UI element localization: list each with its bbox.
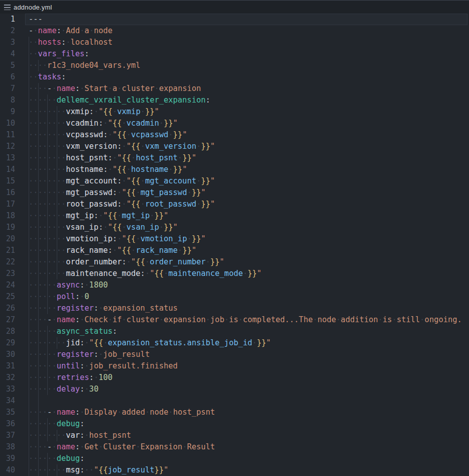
indent-guide [57, 245, 57, 256]
code-line-text[interactable]: ········vcpasswd:·"{{·vcpasswd·}}" [25, 129, 467, 141]
code-line-text[interactable]: ······debug: [25, 418, 467, 430]
code-line-text[interactable]: ······dellemc_vxrail_cluster_expansion: [25, 94, 467, 106]
code-line-text[interactable]: ····r1c3_node04_vars.yml [25, 60, 467, 71]
code-line-text[interactable]: ····-·name:·Display·added·node·host_psnt [25, 407, 467, 418]
token: }} [173, 165, 183, 174]
code-line-text[interactable]: ········maintenance_mode:·"{{·maintenanc… [25, 268, 467, 279]
token: : [94, 350, 98, 359]
code-line-text[interactable]: ····-·name:·Check·if·cluster·expansion·j… [25, 314, 467, 326]
code-line-text[interactable]: ········root_passwd:·"{{·root_passwd·}}" [25, 199, 467, 210]
code-line: 39······debug: [0, 453, 469, 464]
code-line-text[interactable]: ······async_status: [25, 326, 467, 337]
code-line-text[interactable] [25, 395, 467, 407]
token: : [80, 431, 84, 440]
code-line-text[interactable]: ····-·name:·Start·a·cluster·expansion [25, 83, 467, 94]
code-line-text[interactable]: ········hostname:·"{{·hostname·}}" [25, 164, 467, 175]
code-line-text[interactable]: ········var:·host_psnt [25, 430, 467, 441]
code-line: 40········msg:··"{{job_result}}" [0, 464, 469, 476]
code-line-text[interactable]: ······debug: [25, 453, 467, 464]
indent-guide [29, 407, 29, 418]
indent-guide [38, 303, 39, 314]
code-line-text[interactable]: ······register:·job_result [25, 349, 467, 360]
whitespace-dots: · [164, 269, 168, 278]
code-line: 34 [0, 395, 469, 407]
indent-guide [47, 430, 48, 441]
indent-guide [38, 372, 39, 384]
whitespace-dots: · [127, 130, 131, 139]
whitespace-dots: · [80, 408, 84, 417]
code-line-text[interactable]: ······poll:·0 [25, 291, 467, 303]
code-line-text[interactable]: ······async:·1800 [25, 279, 467, 291]
token: addition [341, 315, 378, 324]
whitespace-dots: ······ [29, 350, 57, 359]
whitespace-dots: ·· [29, 38, 38, 47]
line-number: 40 [0, 464, 15, 476]
code-line: 18········mgt_ip:·"{{·mgt_ip·}}" [0, 210, 469, 222]
code-line-text[interactable]: ········vcadmin:·"{{·vcadmin·}}" [25, 118, 467, 129]
line-number: 22 [0, 256, 15, 268]
token: : [117, 176, 122, 185]
whitespace-dots: · [420, 315, 424, 324]
token: : [103, 130, 107, 139]
code-line-text[interactable]: ········order_number:·"{{·order_number·}… [25, 256, 467, 268]
token: node [150, 408, 168, 417]
indent-guide [57, 199, 57, 210]
token: " [127, 142, 131, 151]
indent-guide [29, 118, 29, 129]
token: 30 [89, 385, 99, 394]
line-number: 38 [0, 441, 15, 453]
token: order_number [66, 257, 122, 266]
code-line-text[interactable]: ········mgt_ip:·"{{·mgt_ip·}}" [25, 210, 467, 222]
code-line-text[interactable]: ········rack_name:·"{{·rack_name·}}" [25, 245, 467, 256]
token: order_number [150, 257, 205, 266]
token: " [210, 176, 215, 185]
code-line-text[interactable]: ········vxmip:·"{{·vxmip·}}" [25, 106, 467, 118]
token: name [57, 408, 75, 417]
token: " [122, 188, 127, 197]
code-line-text[interactable]: ····-·name:·Get·Cluster·Expansion·Result [25, 441, 467, 453]
token: }} [145, 107, 155, 116]
code-line-text[interactable]: ········msg:··"{{job_result}}" [25, 464, 467, 476]
file-tab[interactable]: addnode.yml [4, 1, 52, 14]
code-line-text[interactable]: ········vmotion_ip:·"{{·vmotion_ip·}}" [25, 233, 467, 245]
token: ongoing. [425, 315, 462, 324]
code-line-text[interactable]: ······until:·job_result.finished [25, 360, 467, 372]
whitespace-dots: · [117, 234, 122, 243]
line-number: 18 [0, 210, 15, 222]
code-line-text[interactable]: ······retries:·100 [25, 372, 467, 384]
code-line-text[interactable]: ········vxm_version:·"{{·vxm_version·}}" [25, 141, 467, 152]
code-line-text[interactable]: ······register:·expansion_status [25, 303, 467, 314]
code-line-text[interactable]: ········host_psnt:·"{{·host_psnt·}}" [25, 152, 467, 164]
whitespace-dots: ······ [29, 280, 57, 290]
token: : [89, 107, 94, 116]
code-line-text[interactable]: -·name:·Add·a·node [25, 25, 467, 37]
code-line-text[interactable]: ······delay:·30 [25, 384, 467, 395]
indent-guide [38, 441, 39, 453]
code-line-text[interactable]: ··tasks: [25, 71, 467, 83]
code-line: 13········host_psnt:·"{{·host_psnt·}}" [0, 152, 469, 164]
whitespace-dots: · [108, 130, 112, 139]
token: host_psnt [89, 431, 131, 440]
code-line-text[interactable]: ········mgt_passwd:·"{{·mgt_passwd·}}" [25, 187, 467, 199]
line-number: 10 [0, 118, 15, 129]
code-line-text[interactable]: ··vars_files: [25, 48, 467, 60]
token: msg [66, 465, 80, 474]
indent-guide [29, 372, 29, 384]
code-line-text[interactable]: ········vsan_ip:·"{{·vsan_ip·}}" [25, 222, 467, 233]
indent-guide [38, 384, 39, 395]
code-area[interactable]: 1---2-·name:·Add·a·node3··hosts:·localho… [0, 14, 469, 476]
token: }} [182, 153, 192, 162]
indent-guide [57, 129, 57, 141]
token: " [164, 211, 168, 220]
line-number: 36 [0, 418, 15, 430]
indent-guide [47, 233, 48, 245]
indent-guide [47, 291, 48, 303]
code-line-text[interactable]: ········mgt_account:·"{{·mgt_account·}}" [25, 175, 467, 187]
token: : [80, 338, 84, 347]
code-line-text[interactable]: --- [25, 14, 467, 25]
code-line-text[interactable]: ··hosts:·localhost [25, 37, 467, 48]
token: mgt_account [145, 176, 196, 185]
code-line: 5····r1c3_node04_vars.yml [0, 60, 469, 71]
whitespace-dots: · [122, 223, 127, 232]
code-line-text[interactable]: ········jid:·"{{·expansion_status.ansibl… [25, 337, 467, 349]
